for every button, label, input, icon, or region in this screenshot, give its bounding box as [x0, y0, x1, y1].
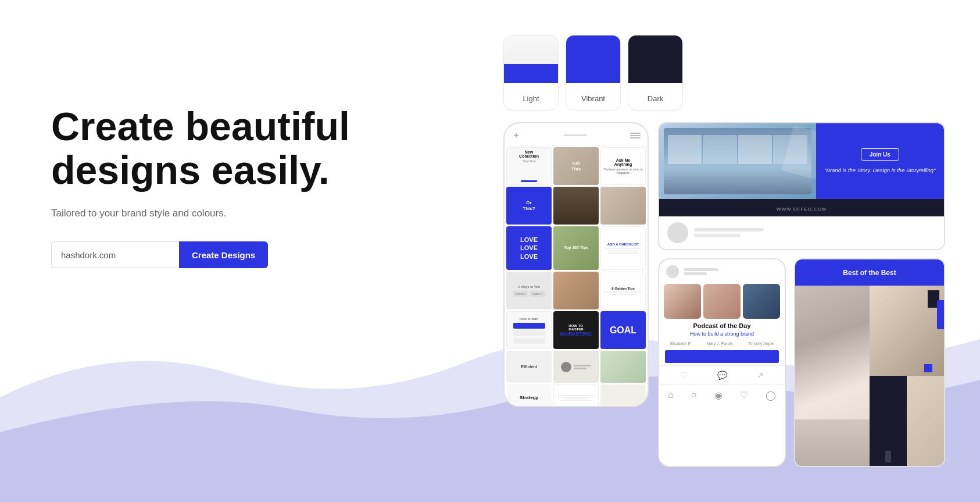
- banner-card: Join Us "Brand is the Story. Design is t…: [658, 122, 945, 250]
- podcast-subtitle: How to build a strong brand: [659, 331, 785, 337]
- hero-left: Create beautiful designs easily. Tailore…: [51, 105, 353, 268]
- podcast-img-3: [743, 284, 780, 319]
- subtitle: Tailored to your brand style and colours…: [51, 206, 353, 221]
- grid-cell-prom: 5 Ways to Win Option 1 Option 2: [506, 272, 552, 309]
- pod-nav-heart[interactable]: ♡: [740, 390, 748, 401]
- phone-line: [564, 134, 587, 136]
- speaker-names: Elizabeth P. Mary J. Purple Timothy Angl…: [659, 341, 785, 346]
- main-heading: Create beautiful designs easily.: [51, 105, 353, 192]
- blue-sq-1: [924, 364, 932, 372]
- right-edge-accent: [937, 300, 945, 329]
- swatch-light[interactable]: Light: [503, 35, 559, 111]
- best-content: [795, 286, 944, 466]
- theme-swatches-row: Light Vibrant Dark: [503, 35, 945, 111]
- phone-top-bar: ＋: [505, 123, 648, 145]
- banner-url: WWW.OFFEO.COM: [777, 207, 827, 212]
- swatch-dark-label: Dark: [648, 94, 663, 103]
- best-card-title: Best of the Best: [843, 269, 896, 277]
- podcast-header: [659, 259, 785, 284]
- create-designs-button[interactable]: Create Designs: [179, 241, 268, 268]
- profile-line-1: [694, 228, 764, 232]
- best-bottom-grid: [870, 376, 944, 466]
- grid-cell-get-this: GetThis: [553, 147, 599, 185]
- grid-cell-how-master: HOW TOMASTER MARKETING: [553, 311, 599, 349]
- phone-mockup: ＋ NewCollection Shop Now: [503, 122, 649, 407]
- grid-cell-checklist: ADD A CHECKLIST: [600, 226, 646, 270]
- mockups-row: ＋ NewCollection Shop Now: [503, 122, 945, 467]
- profile-line-2: [694, 234, 741, 237]
- podcast-images: [659, 284, 785, 319]
- podcast-header-lines: [684, 268, 718, 275]
- pod-nav-home[interactable]: ⌂: [668, 390, 674, 401]
- plus-icon: ＋: [512, 129, 521, 141]
- grid-cell-golden: 6 Golden Tips: [600, 272, 646, 309]
- podcast-avatar: [666, 265, 679, 278]
- pod-nav-profile[interactable]: ◯: [766, 390, 776, 401]
- url-input[interactable]: [51, 241, 179, 268]
- swatch-light-label: Light: [523, 94, 539, 103]
- podcast-nav: ⌂ ○ ◉ ♡ ◯: [659, 384, 785, 405]
- grid-cell-love: LOVELOVELOVE: [506, 226, 552, 270]
- grid-cell-goal: GOAL: [600, 311, 646, 349]
- grid-cell-top100: Top 100 Tips: [553, 226, 599, 270]
- bottom-cards-row: Podcast of the Day How to build a strong…: [658, 258, 945, 467]
- best-dark-cell: [870, 376, 907, 466]
- banner-image-area: [659, 123, 816, 199]
- speaker-1: Elizabeth P.: [670, 341, 691, 346]
- podcast-img-2: [703, 284, 741, 319]
- grid-cell-strategy: Strategy: [506, 384, 552, 407]
- grid-cell-text-block: [553, 384, 599, 407]
- share-action-icon[interactable]: ↗: [757, 371, 764, 380]
- best-right-column: [870, 286, 944, 466]
- podcast-card: Podcast of the Day How to build a strong…: [658, 258, 786, 467]
- menu-lines: [630, 133, 641, 138]
- best-card-header: Best of the Best: [795, 259, 944, 286]
- speaker-2: Mary J. Purple: [707, 341, 733, 346]
- banner-text-area: Join Us "Brand is the Story. Design is t…: [816, 123, 945, 199]
- podcast-blue-bar: [665, 350, 779, 363]
- page-wrapper: Create beautiful designs easily. Tailore…: [0, 0, 980, 502]
- swatch-vibrant-label: Vibrant: [581, 94, 605, 103]
- grid-cell-photo2: [600, 187, 646, 225]
- banner-bottom: WWW.OFFEO.COM: [659, 199, 944, 216]
- comment-action-icon[interactable]: 💬: [717, 371, 727, 380]
- grid-cell-new-collection: NewCollection Shop Now: [506, 147, 552, 185]
- best-light-cell: [907, 376, 944, 466]
- podcast-img-1: [664, 284, 701, 319]
- heart-action-icon[interactable]: ♡: [680, 371, 688, 380]
- podcast-actions: ♡ 💬 ↗: [659, 365, 785, 384]
- podcast-title: Podcast of the Day: [659, 322, 785, 329]
- best-right-top-img: [870, 286, 944, 376]
- best-left-image: [795, 286, 870, 466]
- speaker-3: Timothy Angle: [748, 341, 774, 346]
- hero-right: Light Vibrant Dark ＋: [503, 35, 945, 467]
- grid-cell-ask-me: Ask MeAnything The best questions on a t…: [600, 147, 646, 185]
- swatch-vibrant[interactable]: Vibrant: [566, 35, 621, 111]
- grid-cell-plant: [600, 351, 646, 383]
- pod-nav-camera[interactable]: ◉: [714, 390, 723, 401]
- profile-avatar: [667, 222, 688, 243]
- grid-cell-photo4: [553, 351, 599, 383]
- grid-cell-photo5: [600, 384, 646, 407]
- grid-cell-howtostart: How to start: [506, 311, 552, 349]
- grid-cell-efficient: Efficient: [506, 351, 552, 383]
- cta-row: Create Designs: [51, 241, 353, 268]
- grid-cell-photo3: [553, 272, 599, 309]
- join-us-label: Join Us: [861, 148, 899, 161]
- banner-profile-row: [659, 216, 944, 249]
- banner-quote: "Brand is the Story. Design is the Story…: [824, 166, 935, 174]
- right-cards-column: Join Us "Brand is the Story. Design is t…: [658, 122, 945, 467]
- swatch-dark[interactable]: Dark: [628, 35, 683, 111]
- grid-cell-or-this: OrThis?: [506, 187, 552, 225]
- profile-lines: [694, 228, 764, 237]
- grid-cell-dark-photo: [553, 187, 599, 225]
- pod-nav-search[interactable]: ○: [691, 390, 697, 401]
- ph-line-1: [684, 268, 718, 271]
- ph-line-2: [684, 272, 707, 275]
- banner-top: Join Us "Brand is the Story. Design is t…: [659, 123, 944, 199]
- best-card: Best of the Best: [794, 258, 945, 467]
